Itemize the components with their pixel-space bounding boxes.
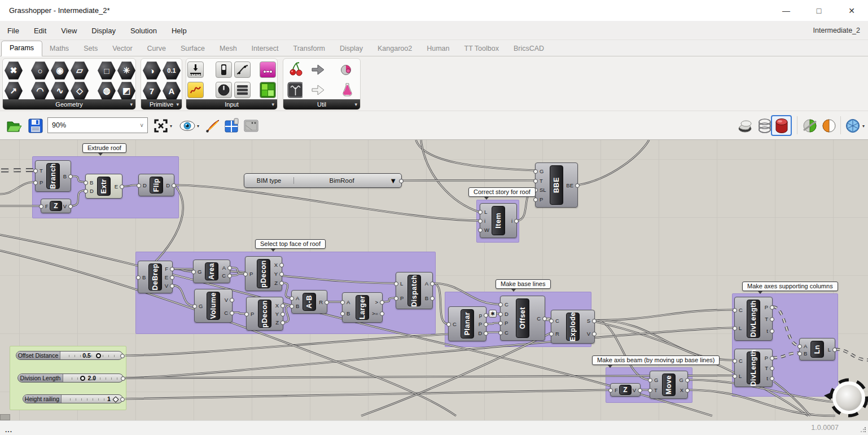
component-dispatch[interactable]: DispatchLPAB [396, 272, 433, 309]
expression-badge-icon[interactable]: ✱ [489, 310, 497, 318]
component-flip[interactable]: FlipDD [138, 174, 174, 196]
output-port[interactable] [68, 174, 73, 179]
slider-knob[interactable] [80, 376, 85, 381]
surface-param-icon[interactable]: ◍ [97, 81, 116, 100]
geometry-param-icon[interactable]: ✖ [4, 61, 23, 80]
output-port[interactable] [120, 397, 125, 402]
input-port[interactable] [733, 326, 737, 331]
tab-intersect[interactable]: Intersect [244, 42, 286, 56]
component-debrep[interactable]: DeBrepBFEV [138, 261, 173, 293]
slider-knob[interactable] [96, 353, 101, 358]
output-port[interactable] [227, 266, 232, 270]
input-port[interactable] [648, 378, 652, 383]
open-file-icon[interactable] [5, 116, 23, 135]
component-item[interactable]: ItemLiWi [480, 203, 517, 238]
input-port[interactable] [733, 374, 737, 379]
vector-param-icon[interactable]: ↗ [4, 81, 23, 100]
output-port[interactable] [170, 284, 174, 288]
number-param-icon[interactable]: 0.1 [162, 61, 181, 80]
graph-mapper-icon[interactable] [234, 61, 251, 78]
output-port[interactable] [484, 313, 488, 318]
component-divlen2[interactable]: DivLengthCLPTt [734, 349, 773, 387]
slider-knob[interactable] [113, 396, 119, 402]
cherry-picker-icon[interactable] [288, 61, 304, 78]
menu-edit[interactable]: Edit [27, 23, 54, 39]
plane-param-icon[interactable]: ▱ [70, 61, 89, 80]
menu-solution[interactable]: Solution [123, 23, 164, 39]
input-port[interactable] [498, 331, 503, 335]
input-port[interactable] [137, 183, 141, 188]
preview-shaded-half-icon[interactable] [819, 116, 838, 135]
preview-quality-icon[interactable] [843, 116, 862, 135]
component-divlen1[interactable]: DivLengthCLPTt [734, 297, 773, 341]
minimize-button[interactable]: — [770, 0, 803, 21]
circle-param-icon[interactable]: ○ [30, 61, 50, 80]
output-port[interactable] [514, 219, 519, 223]
tab-display[interactable]: Display [332, 42, 370, 56]
output-port[interactable] [832, 348, 837, 352]
input-port[interactable] [608, 388, 613, 393]
output-port[interactable] [770, 305, 774, 310]
component-explode[interactable]: ExplodeCRSV [551, 310, 595, 344]
output-port[interactable] [230, 298, 234, 302]
component-pdecon2[interactable]: pDeconPXYZ [246, 297, 283, 331]
gradient-icon[interactable] [260, 61, 276, 78]
zoom-level-select[interactable]: 90% ˅ [47, 117, 148, 133]
close-button[interactable]: ✕ [835, 0, 868, 21]
input-port[interactable] [340, 300, 345, 305]
output-port[interactable] [685, 378, 690, 383]
output-port[interactable] [68, 204, 73, 209]
spiral-param-icon[interactable]: ◉ [50, 61, 69, 80]
slider-track[interactable]: 0.5 [64, 351, 119, 359]
component-planar[interactable]: PlanarCpPD [448, 306, 486, 341]
item-list-icon[interactable] [234, 82, 251, 98]
slider-track[interactable]: 1 [65, 395, 119, 403]
preview-eye-icon[interactable] [178, 116, 196, 135]
colour-swatch-icon[interactable] [260, 82, 276, 98]
data-recorder-icon[interactable] [340, 61, 355, 78]
menu-file[interactable]: File [0, 23, 27, 39]
output-port[interactable] [770, 366, 774, 371]
knob-icon[interactable] [216, 82, 232, 98]
tab-transform[interactable]: Transform [286, 42, 333, 56]
output-port[interactable] [638, 388, 642, 393]
component-bbe[interactable]: BBEGTSLPBE [535, 162, 578, 208]
input-port[interactable] [478, 210, 483, 214]
input-port[interactable] [797, 344, 802, 349]
input-port[interactable] [498, 312, 503, 317]
canvas-compass-widget[interactable] [819, 374, 868, 420]
tab-vector[interactable]: Vector [105, 42, 139, 56]
input-port[interactable] [733, 359, 737, 363]
curve-param-icon[interactable]: ◠ [30, 81, 50, 100]
input-port[interactable] [733, 308, 737, 313]
input-port[interactable] [33, 169, 38, 173]
input-port[interactable] [39, 204, 43, 209]
geometry-group-footer[interactable]: Geometry▾ [3, 99, 135, 109]
input-group-footer[interactable]: Input▾ [186, 99, 277, 109]
input-port[interactable] [533, 197, 538, 202]
input-port[interactable] [243, 272, 248, 276]
output-port[interactable] [380, 311, 384, 316]
output-port[interactable] [430, 282, 435, 286]
slider-offset-distance[interactable]: Offset Distance 0.5 [16, 351, 123, 360]
chevron-down-icon[interactable]: ▾ [862, 124, 865, 129]
point-param-icon[interactable]: ◇ [70, 81, 89, 100]
output-port[interactable] [279, 281, 284, 285]
preview-selected-only-icon[interactable] [800, 116, 819, 135]
input-port[interactable] [192, 304, 197, 309]
output-port[interactable] [542, 317, 547, 321]
input-port[interactable] [84, 181, 88, 185]
number-slider-icon[interactable] [187, 61, 204, 78]
data-dam-arrow-icon[interactable] [310, 61, 326, 78]
component-extr[interactable]: ExtrBDE [85, 174, 122, 199]
input-port[interactable] [33, 181, 38, 185]
input-port[interactable] [446, 322, 451, 327]
output-port[interactable] [227, 274, 232, 278]
output-port[interactable] [120, 184, 124, 189]
zoom-extents-icon[interactable] [151, 116, 170, 135]
input-port[interactable] [84, 189, 88, 194]
tab-surface[interactable]: Surface [173, 42, 212, 56]
output-port[interactable] [172, 183, 176, 188]
preview-shaded-icon[interactable] [771, 115, 792, 136]
save-file-icon[interactable] [26, 116, 45, 135]
